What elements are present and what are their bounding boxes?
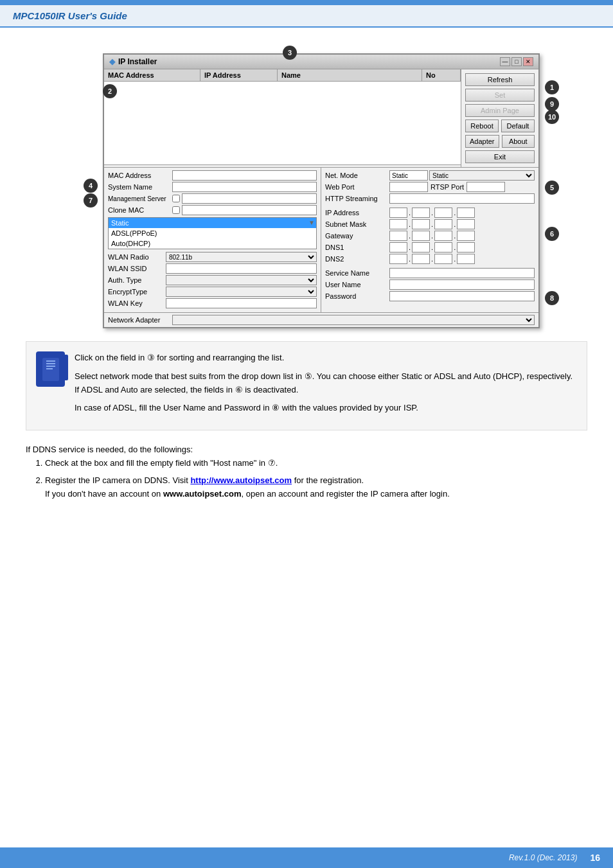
dns1-seg2[interactable] (412, 242, 430, 252)
sub-seg4[interactable] (457, 219, 475, 229)
col-name[interactable]: Name (278, 69, 422, 81)
form-section: MAC Address System Name Management Serve… (104, 167, 538, 312)
ip-installer-window: ◆ IP Installer — □ ✕ MAC Address IP Addr… (103, 53, 540, 328)
exit-button[interactable]: Exit (465, 150, 535, 163)
device-table[interactable] (104, 82, 461, 165)
wlan-section: WLAN Radio 802.11b WLAN SSID Auth. Type (108, 252, 317, 308)
mac-address-row: MAC Address (108, 170, 317, 181)
gw-seg4[interactable] (457, 231, 475, 241)
dns2-label: DNS2 (325, 255, 389, 263)
mgmt-label: Management Server (108, 195, 172, 202)
admin-page-button[interactable]: Admin Page (465, 104, 535, 117)
system-name-row: System Name (108, 182, 317, 192)
sub-seg2[interactable] (412, 219, 430, 229)
dns2-seg1[interactable] (389, 254, 407, 264)
mgmt-input[interactable] (182, 193, 317, 204)
clone-mac-row: Clone MAC (108, 205, 317, 215)
minimize-button[interactable]: — (500, 57, 510, 66)
clone-checkbox[interactable] (172, 206, 180, 214)
wlan-ssid-row: WLAN SSID (108, 263, 317, 274)
net-mode-value[interactable] (389, 170, 428, 181)
adapter-about-row: Adapter About (465, 135, 535, 148)
reboot-button[interactable]: Reboot (465, 120, 499, 132)
ip-installer-container: 2 3 1 9 10 4 7 5 6 8 ◆ IP Installer — □ … (103, 53, 540, 328)
http-input[interactable] (389, 193, 535, 204)
about-button[interactable]: About (502, 135, 535, 148)
callout-8: 8 (545, 291, 559, 305)
username-input[interactable] (389, 279, 535, 290)
gw-seg2[interactable] (412, 231, 430, 241)
set-button[interactable]: Set (465, 89, 535, 102)
ip-seg4[interactable] (457, 208, 475, 218)
ip-label: IP Address (325, 209, 389, 217)
auth-type-label: Auth. Type (108, 276, 166, 284)
clone-input[interactable] (182, 205, 317, 215)
dns2-seg2[interactable] (412, 254, 430, 264)
info-line2: Select network mode that best suits from… (75, 370, 577, 397)
gw-seg3[interactable] (434, 231, 452, 241)
callout-6: 6 (545, 227, 559, 241)
dns1-seg3[interactable] (434, 242, 452, 252)
net-adapter-label: Network Adapter (108, 316, 172, 324)
mode-auto[interactable]: Auto(DHCP) (109, 238, 316, 249)
col-mac[interactable]: MAC Address (104, 69, 200, 81)
service-name-input[interactable] (389, 268, 535, 278)
ip-seg2[interactable] (412, 208, 430, 218)
footer-revision: Rev.1.0 (Dec. 2013) (509, 853, 578, 862)
encrypt-select[interactable] (166, 287, 317, 297)
network-adapter-row: Network Adapter (104, 312, 538, 327)
default-button[interactable]: Default (501, 120, 535, 132)
page-header: MPC1050IR User's Guide (0, 5, 613, 28)
page-footer: Rev.1.0 (Dec. 2013) 16 (0, 847, 613, 868)
rtsp-port-input[interactable] (466, 182, 505, 192)
close-button[interactable]: ✕ (523, 57, 533, 66)
wlan-ssid-input[interactable] (166, 263, 317, 274)
http-streaming-row: HTTP Streaming (325, 193, 535, 204)
right-form: Net. Mode Static Web Port RTSP Port HTTP (321, 168, 538, 312)
net-adapter-select[interactable] (172, 315, 535, 325)
net-mode-select[interactable]: Static (429, 170, 535, 181)
ddns-list: Check at the box and fill the empty fiel… (45, 457, 587, 500)
clone-mac-label: Clone MAC (108, 206, 172, 214)
dns2-seg4[interactable] (457, 254, 475, 264)
adapter-button[interactable]: Adapter (465, 135, 499, 148)
password-row: Password (325, 291, 535, 301)
col-no[interactable]: No (422, 69, 461, 81)
refresh-button[interactable]: Refresh (465, 73, 535, 86)
auth-type-select[interactable] (166, 275, 317, 285)
gw-seg1[interactable] (389, 231, 407, 241)
wlan-radio-select[interactable]: 802.11b (166, 252, 317, 262)
autoipset-bold: www.autoipset.com (163, 489, 242, 499)
mode-adsl[interactable]: ADSL(PPPoE) (109, 228, 316, 238)
callout-7: 7 (84, 193, 98, 208)
autoipset-link[interactable]: http://www.autoipset.com (190, 475, 292, 485)
system-name-input[interactable] (172, 182, 317, 192)
info-line1: Click on the field in ③ for sorting and … (75, 351, 577, 365)
net-mode-row: Net. Mode Static (325, 170, 535, 181)
mode-static[interactable]: Static (109, 218, 316, 228)
mode-dropdown[interactable]: Static ADSL(PPPoE) Auto(DHCP) ▼ (108, 217, 317, 249)
sub-seg1[interactable] (389, 219, 407, 229)
mgmt-checkbox[interactable] (172, 195, 180, 202)
ip-seg1[interactable] (389, 208, 407, 218)
ip-seg3[interactable] (434, 208, 452, 218)
dns2-seg3[interactable] (434, 254, 452, 264)
password-input[interactable] (389, 291, 535, 301)
col-ip[interactable]: IP Address (200, 69, 278, 81)
mgmt-server-row: Management Server (108, 193, 317, 204)
info-text-body: Click on the field in ③ for sorting and … (75, 351, 577, 420)
dns1-seg1[interactable] (389, 242, 407, 252)
mac-address-input[interactable] (172, 170, 317, 181)
restore-button[interactable]: □ (511, 57, 522, 66)
web-port-input[interactable] (389, 182, 428, 192)
subnet-input-group: . . . (389, 219, 535, 229)
sub-seg3[interactable] (434, 219, 452, 229)
reboot-default-row: Reboot Default (465, 120, 535, 132)
wlan-radio-label: WLAN Radio (108, 253, 166, 261)
encrypt-label: EncryptType (108, 288, 166, 296)
dns1-seg4[interactable] (457, 242, 475, 252)
main-layout: MAC Address IP Address Name No Refresh S… (104, 69, 538, 167)
window-controls: — □ ✕ (500, 57, 533, 66)
wlan-key-input[interactable] (166, 298, 317, 308)
subnet-row: Subnet Mask . . . (325, 219, 535, 229)
